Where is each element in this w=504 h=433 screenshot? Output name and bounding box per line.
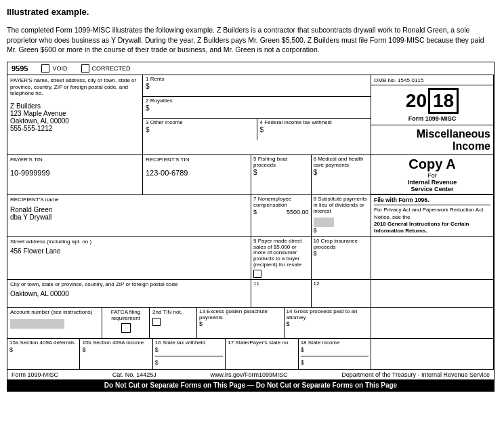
box18-divider	[301, 356, 369, 356]
right-spacer3	[371, 308, 493, 338]
account-shaded	[10, 319, 64, 329]
copy-for-label: For	[374, 172, 490, 179]
year-box: 18	[428, 88, 459, 114]
box12-label: 12	[314, 281, 369, 287]
box18-value2: $	[301, 359, 369, 366]
payer-address1: 123 Maple Avenue	[10, 110, 140, 117]
box7-amount: 5500.00	[287, 209, 309, 215]
void-label: VOID	[52, 65, 67, 72]
service-label: Service Center	[374, 186, 490, 192]
second-tin-cell: 2nd TIN not.	[150, 308, 197, 338]
box7-value: $ 5500.00	[253, 209, 309, 215]
fatca-cell: FATCA filing requirement	[102, 308, 150, 338]
box6: 6 Medical and health care payments $	[312, 155, 371, 194]
box3: 3 Other income $	[143, 119, 257, 140]
bottom-bar: Form 1099-MISC Cat. No. 14425J www.irs.g…	[7, 369, 494, 379]
bottom-form-label: Form 1099-MISC	[12, 371, 58, 378]
box15b-value: $	[82, 346, 150, 353]
copy-a-box: Copy A For Internal Revenue Service Cent…	[371, 155, 493, 194]
box6-label: 6 Medical and health care payments	[314, 157, 369, 169]
box9-checkbox[interactable]	[253, 270, 261, 278]
year-left: 20	[406, 90, 427, 112]
payer-tin-cell: PAYER'S TIN 10-9999999	[7, 155, 143, 194]
payer-label: PAYER'S name, street address, city or to…	[10, 77, 140, 97]
second-tin-checkbox[interactable]	[152, 318, 161, 326]
box17-label: 17 State/Payer's state no.	[228, 340, 295, 346]
box16-divider	[155, 356, 223, 356]
city-row: City or town, state or province, country…	[7, 280, 493, 308]
right-spacer4	[371, 339, 493, 369]
corrected-item: CORRECTED	[81, 64, 131, 73]
street-label: Street address (including apt. no.)	[10, 239, 248, 245]
box3-label: 3 Other income	[146, 120, 254, 126]
bottom-website: www.irs.gov/Form1099MISC	[211, 371, 288, 378]
box16-label: 16 State tax withheld	[155, 340, 223, 346]
year-section: 2018 Form 1099-MISC	[371, 85, 493, 125]
box17: 17 State/Payer's state no.	[226, 339, 298, 369]
street-value: 456 Flower Lane	[10, 245, 248, 255]
right-spacer2	[371, 280, 493, 307]
payer-phone: 555-555-1212	[10, 125, 140, 132]
box2-row: 2 Royalties $	[143, 97, 371, 119]
file-with-label: File with Form 1096.	[374, 197, 490, 205]
box14: 14 Gross proceeds paid to an attorney $	[285, 308, 372, 338]
cut-warning-bar: Do Not Cut or Separate Forms on This Pag…	[7, 379, 494, 391]
bottom-dept-label: Department of the Treasury - Internal Re…	[341, 371, 490, 378]
row-payer-rents: PAYER'S name, street address, city or to…	[7, 75, 493, 155]
year-display: 2018	[374, 88, 490, 114]
bottom-boxes-row: 15a Section 409A deferrals $ 15b Section…	[7, 339, 493, 369]
privacy-text: For Privacy Act and Paperwork Reduction …	[374, 207, 490, 221]
recipient-dba: dba Y Drywall	[10, 213, 248, 221]
omb-label: OMB No. 1545-0115	[374, 77, 423, 83]
box13: 13 Excess golden parachute payments $	[197, 308, 285, 338]
second-tin-label: 2nd TIN not.	[152, 309, 194, 316]
box10: 10 Crop insurance proceeds $	[312, 237, 372, 279]
corrected-label: CORRECTED	[92, 65, 131, 72]
box7-dollar: $	[253, 209, 257, 215]
box7-label: 7 Nonemployee compensation	[253, 197, 309, 209]
void-checkbox[interactable]	[41, 64, 49, 73]
box5: 5 Fishing boat proceeds $	[251, 155, 312, 194]
box18-value1: $	[301, 346, 369, 353]
box3-4-row: 3 Other income $ 4 Federal income tax wi…	[143, 119, 371, 140]
box16: 16 State tax withheld $ $	[153, 339, 226, 369]
street-cell: Street address (including apt. no.) 456 …	[7, 237, 251, 279]
right-spacer	[371, 237, 493, 279]
form-number: 9595	[12, 64, 28, 73]
box15b-label: 15b Section 409A income	[82, 340, 150, 346]
form-container: 9595 VOID CORRECTED PAYER'S name, street…	[7, 62, 495, 392]
city-label: City or town, state or province, country…	[10, 281, 248, 288]
box6-value: $	[314, 169, 369, 176]
payer-name: Z Builders	[10, 102, 140, 110]
box5-label: 5 Fishing boat proceeds	[253, 157, 309, 169]
box1-label: 1 Rents	[146, 77, 368, 83]
box3-value: $	[146, 126, 254, 133]
box7: 7 Nonemployee compensation $ 5500.00	[251, 195, 312, 236]
box15b: 15b Section 409A income $	[80, 339, 152, 369]
box15a-value: $	[9, 346, 77, 353]
box12: 12	[312, 280, 372, 307]
recipient-tin-cell: RECIPIENT'S TIN 123-00-6789	[143, 155, 251, 194]
tin-row: PAYER'S TIN 10-9999999 RECIPIENT'S TIN 1…	[7, 155, 493, 195]
payer-address2: Oaktown, AL 00000	[10, 117, 140, 125]
box14-label: 14 Gross proceeds paid to an attorney	[287, 309, 369, 321]
recipient-tin-value: 123-00-6789	[146, 163, 248, 177]
box15a-label: 15a Section 409A deferrals	[9, 340, 77, 346]
box1-value: $	[146, 83, 368, 90]
box16-value1: $	[155, 346, 223, 353]
copy-a-label: Copy A	[374, 157, 490, 172]
box8-value-shaded	[314, 218, 334, 227]
corrected-checkbox[interactable]	[81, 64, 89, 73]
box4: 4 Federal income tax withheld $	[257, 119, 371, 140]
box18-label: 18 State income	[301, 340, 369, 346]
void-item: VOID	[41, 64, 67, 73]
copy-a-section: Copy A For Internal Revenue Service Cent…	[371, 155, 493, 194]
misc-income-line2: Income	[374, 140, 490, 152]
misc-income-line1: Miscellaneous	[374, 128, 490, 140]
box16-value2: $	[155, 359, 223, 366]
omb-misc-section: OMB No. 1545-0115 2018 Form 1099-MISC Mi…	[371, 75, 493, 154]
bottom-cat-label: Cat. No. 14425J	[112, 371, 156, 378]
fatca-checkbox[interactable]	[121, 323, 131, 333]
omb-cell: OMB No. 1545-0115	[371, 75, 493, 85]
box14-value: $	[287, 321, 369, 327]
